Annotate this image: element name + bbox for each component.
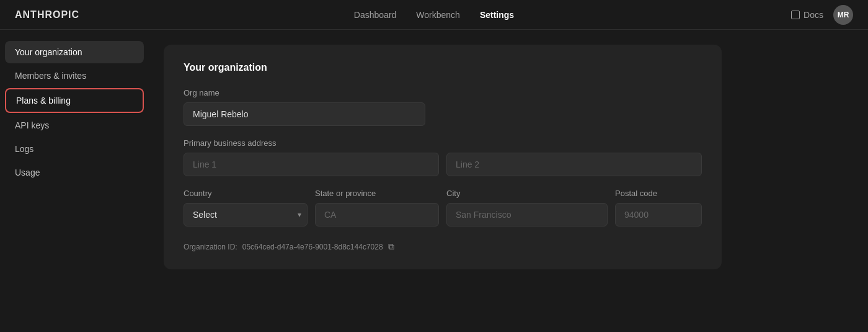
org-name-group: Org name (184, 88, 702, 126)
postal-label: Postal code (615, 189, 702, 198)
main-nav: Dashboard Workbench Settings (354, 10, 514, 20)
nav-workbench[interactable]: Workbench (416, 10, 460, 20)
copy-icon[interactable]: ⧉ (388, 241, 394, 252)
sidebar-item-api-keys[interactable]: API keys (5, 114, 144, 137)
org-id-prefix: Organization ID: (184, 243, 237, 251)
docs-label: Docs (804, 10, 823, 20)
city-group: City (446, 189, 608, 227)
address-line2-input[interactable] (446, 153, 702, 176)
org-id-row: Organization ID: 05c64ced-d47a-4e76-9001… (184, 241, 702, 252)
country-label: Country (184, 189, 308, 198)
org-name-input[interactable] (184, 102, 425, 126)
sidebar-item-plans-billing[interactable]: Plans & billing (5, 88, 144, 113)
postal-group: Postal code (615, 189, 702, 227)
nav-settings[interactable]: Settings (480, 10, 514, 20)
docs-link[interactable]: Docs (791, 10, 823, 20)
logo: ANTHROPIC (15, 9, 79, 20)
main-content: Your organization Org name Primary busin… (149, 30, 868, 332)
address-line1-input[interactable] (184, 153, 439, 176)
org-name-label: Org name (184, 88, 702, 97)
state-input[interactable] (315, 203, 439, 227)
city-input[interactable] (446, 203, 608, 227)
country-select[interactable]: Select (184, 203, 308, 227)
org-id-value: 05c64ced-d47a-4e76-9001-8d8c144c7028 (242, 243, 383, 251)
address-group: Primary business address (184, 138, 702, 176)
country-group: Country Select (184, 189, 308, 227)
avatar[interactable]: MR (833, 5, 853, 25)
postal-input[interactable] (615, 203, 702, 227)
layout: Your organization Members & invites Plan… (0, 30, 868, 332)
header: ANTHROPIC Dashboard Workbench Settings D… (0, 0, 868, 30)
card-title: Your organization (184, 62, 702, 73)
sidebar-item-logs[interactable]: Logs (5, 138, 144, 160)
address-row (184, 153, 702, 176)
country-select-wrapper: Select (184, 203, 308, 227)
sidebar-item-members-invites[interactable]: Members & invites (5, 65, 144, 87)
nav-dashboard[interactable]: Dashboard (354, 10, 397, 20)
header-right: Docs MR (791, 5, 853, 25)
address-label: Primary business address (184, 138, 702, 148)
sidebar-item-usage[interactable]: Usage (5, 161, 144, 184)
state-label: State or province (315, 189, 439, 198)
state-group: State or province (315, 189, 439, 227)
sidebar: Your organization Members & invites Plan… (0, 30, 149, 332)
location-group: Country Select State or province City (184, 189, 702, 227)
org-card: Your organization Org name Primary busin… (164, 45, 722, 269)
sidebar-item-your-organization[interactable]: Your organization (5, 41, 144, 63)
city-label: City (446, 189, 608, 198)
fields-row: Country Select State or province City (184, 189, 702, 227)
docs-icon (791, 11, 800, 19)
